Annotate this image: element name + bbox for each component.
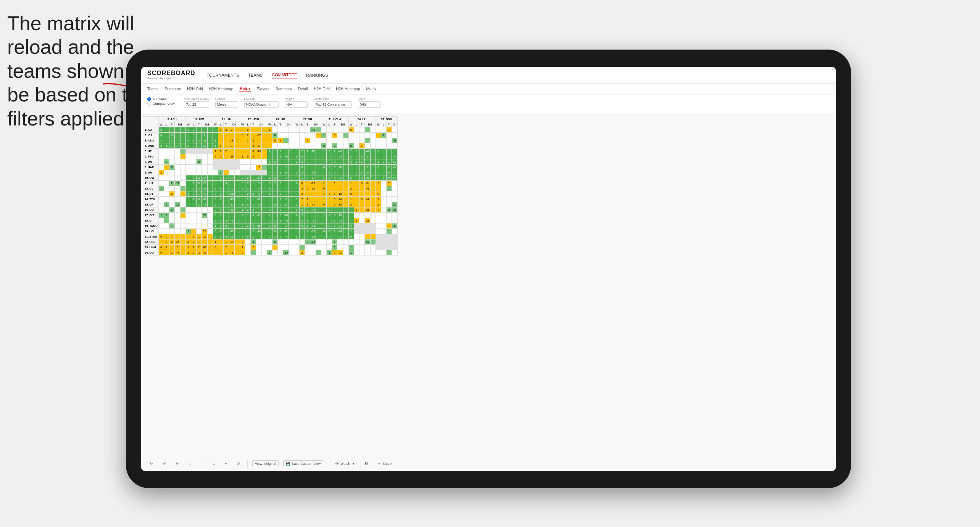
- matrix-cell[interactable]: [191, 202, 196, 207]
- matrix-cell[interactable]: 2: [191, 245, 196, 250]
- matrix-cell[interactable]: [316, 127, 321, 133]
- matrix-cell[interactable]: 2: [196, 138, 201, 143]
- matrix-cell[interactable]: [164, 186, 169, 191]
- matrix-cell[interactable]: 0: [185, 239, 191, 245]
- matrix-cell[interactable]: [185, 218, 191, 223]
- matrix-cell[interactable]: [316, 197, 321, 202]
- matrix-cell[interactable]: [376, 186, 381, 191]
- matrix-cell[interactable]: -43: [201, 250, 207, 255]
- matrix-cell[interactable]: 2: [305, 229, 310, 234]
- matrix-cell[interactable]: 2: [191, 239, 196, 245]
- matrix-cell[interactable]: 1: [321, 197, 327, 202]
- matrix-cell[interactable]: 2: [169, 191, 174, 197]
- matrix-cell[interactable]: 2: [240, 223, 245, 229]
- matrix-cell[interactable]: [343, 154, 348, 159]
- matrix-cell[interactable]: [392, 181, 397, 186]
- matrix-cell[interactable]: 1: [169, 223, 174, 229]
- matrix-cell[interactable]: 0: [223, 223, 229, 229]
- conference-select[interactable]: Pac-12 Conference (All): [314, 101, 352, 108]
- matrix-cell[interactable]: [364, 191, 370, 197]
- matrix-cell[interactable]: [359, 234, 364, 239]
- matrix-cell[interactable]: [305, 154, 310, 159]
- matrix-cell[interactable]: [158, 149, 164, 154]
- matrix-cell[interactable]: [289, 175, 294, 181]
- matrix-cell[interactable]: [267, 229, 272, 234]
- matrix-cell[interactable]: 1: [348, 250, 354, 255]
- matrix-cell[interactable]: [180, 186, 185, 191]
- matrix-cell[interactable]: 0: [354, 149, 359, 154]
- matrix-cell[interactable]: 2: [245, 191, 251, 197]
- nav-rankings[interactable]: RANKINGS: [306, 71, 328, 79]
- matrix-cell[interactable]: [272, 186, 278, 191]
- matrix-cell[interactable]: [316, 245, 321, 250]
- matrix-cell[interactable]: [191, 170, 196, 175]
- matrix-cell[interactable]: [267, 138, 272, 143]
- matrix-cell[interactable]: [370, 239, 376, 245]
- matrix-cell[interactable]: 2: [294, 170, 300, 175]
- matrix-cell[interactable]: [235, 186, 240, 191]
- matrix-cell[interactable]: 2: [251, 245, 256, 250]
- matrix-cell[interactable]: [169, 170, 174, 175]
- matrix-cell[interactable]: [392, 149, 397, 154]
- matrix-cell[interactable]: [180, 159, 185, 165]
- matrix-cell[interactable]: 0: [359, 175, 364, 181]
- matrix-cell[interactable]: [218, 250, 223, 255]
- matrix-cell[interactable]: [164, 207, 169, 213]
- matrix-cell[interactable]: 31: [229, 207, 234, 213]
- matrix-cell[interactable]: 2: [185, 143, 191, 149]
- matrix-cell[interactable]: [327, 245, 332, 250]
- matrix-cell[interactable]: 1: [332, 202, 337, 207]
- matrix-cell[interactable]: [229, 170, 234, 175]
- matrix-cell[interactable]: 0: [305, 159, 310, 165]
- matrix-cell[interactable]: [327, 154, 332, 159]
- matrix-cell[interactable]: [169, 149, 174, 154]
- matrix-cell[interactable]: [376, 175, 381, 181]
- matrix-cell[interactable]: [169, 213, 174, 218]
- matrix-cell[interactable]: [218, 181, 223, 186]
- matrix-cell[interactable]: 2: [300, 213, 305, 218]
- matrix-cell[interactable]: 0: [213, 202, 218, 207]
- matrix-cell[interactable]: [180, 165, 185, 170]
- matrix-cell[interactable]: [300, 245, 305, 250]
- matrix-cell[interactable]: [370, 234, 376, 239]
- matrix-cell[interactable]: 2: [196, 186, 201, 191]
- matrix-cell[interactable]: [262, 245, 267, 250]
- matrix-cell[interactable]: [376, 234, 381, 239]
- matrix-cell[interactable]: 0: [272, 223, 278, 229]
- matrix-cell[interactable]: [267, 133, 272, 138]
- matrix-cell[interactable]: [240, 143, 245, 149]
- matrix-cell[interactable]: [180, 234, 185, 239]
- matrix-cell[interactable]: [235, 207, 240, 213]
- matrix-cell[interactable]: [240, 138, 245, 143]
- matrix-cell[interactable]: [201, 223, 207, 229]
- matrix-cell[interactable]: [370, 207, 376, 213]
- matrix-cell[interactable]: [235, 213, 240, 218]
- matrix-cell[interactable]: [321, 138, 327, 143]
- matrix-cell[interactable]: [327, 186, 332, 191]
- matrix-cell[interactable]: [337, 186, 343, 191]
- matrix-cell[interactable]: [196, 170, 201, 175]
- matrix-cell[interactable]: [294, 223, 300, 229]
- matrix-cell[interactable]: 1: [245, 213, 251, 218]
- matrix-cell[interactable]: 18: [201, 186, 207, 191]
- matrix-cell[interactable]: 1: [245, 138, 251, 143]
- matrix-cell[interactable]: [235, 149, 240, 154]
- matrix-cell[interactable]: [158, 165, 164, 170]
- matrix-cell[interactable]: [174, 197, 180, 202]
- matrix-cell[interactable]: [348, 218, 354, 223]
- matrix-cell[interactable]: 2: [169, 239, 174, 245]
- matrix-cell[interactable]: 20: [256, 175, 262, 181]
- matrix-cell[interactable]: 1: [213, 138, 218, 143]
- matrix-cell[interactable]: 0: [294, 207, 300, 213]
- matrix-cell[interactable]: [392, 143, 397, 149]
- matrix-cell[interactable]: 1: [272, 149, 278, 154]
- matrix-cell[interactable]: 0: [169, 133, 174, 138]
- matrix-cell[interactable]: 0: [213, 245, 218, 250]
- matrix-cell[interactable]: [310, 250, 316, 255]
- matrix-cell[interactable]: [343, 186, 348, 191]
- matrix-cell[interactable]: [310, 138, 316, 143]
- matrix-cell[interactable]: [316, 133, 321, 138]
- matrix-cell[interactable]: 26: [283, 170, 289, 175]
- matrix-cell[interactable]: 1: [218, 218, 223, 223]
- matrix-cell[interactable]: [370, 154, 376, 159]
